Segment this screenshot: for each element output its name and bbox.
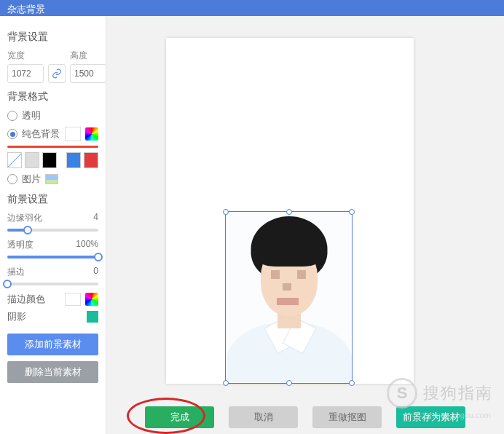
radio-label: 图片 xyxy=(22,173,41,186)
height-label: 高度 xyxy=(70,50,106,62)
swatch-grey[interactable] xyxy=(25,152,39,168)
radio-label: 纯色背景 xyxy=(22,127,60,141)
annotation-underline xyxy=(7,146,98,148)
opacity-label: 透明度 xyxy=(7,239,34,251)
shadow-row: 阴影 xyxy=(7,310,98,323)
feather-row: 边缘羽化 4 xyxy=(7,212,98,224)
width-input[interactable] xyxy=(7,64,44,83)
watermark-logo-icon: S xyxy=(387,378,417,409)
opacity-value: 100% xyxy=(76,239,98,251)
swatch-blue[interactable] xyxy=(66,152,81,168)
height-input[interactable] xyxy=(70,64,106,83)
swatch-red[interactable] xyxy=(84,152,98,168)
watermark-text: 搜狗指南 xyxy=(423,382,493,404)
bg-section-title: 背景设置 xyxy=(7,31,98,44)
stroke-color-swatch[interactable] xyxy=(65,293,81,306)
resize-handle[interactable] xyxy=(223,209,229,215)
stroke-slider[interactable] xyxy=(7,283,98,285)
add-foreground-button[interactable]: 添加前景素材 xyxy=(7,334,98,355)
radio-solid[interactable]: 纯色背景 xyxy=(7,127,98,141)
opacity-slider[interactable] xyxy=(7,256,98,259)
radio-icon xyxy=(7,111,17,121)
bg-format-title: 背景格式 xyxy=(7,90,98,103)
photo-selection-frame[interactable] xyxy=(225,211,353,384)
app-header: 杂志背景 xyxy=(0,0,504,16)
fg-section-title: 前景设置 xyxy=(7,193,98,206)
feather-label: 边缘羽化 xyxy=(7,212,42,224)
radio-icon xyxy=(7,129,17,139)
image-thumb-icon xyxy=(45,174,58,184)
stroke-color-row: 描边颜色 xyxy=(7,293,98,306)
feather-slider[interactable] xyxy=(7,229,98,232)
radio-icon xyxy=(7,174,17,184)
photo-content xyxy=(226,212,352,383)
main-container: 背景设置 宽度 高度 背景格式 透明 纯色背景 xyxy=(0,16,504,434)
swatch-black[interactable] xyxy=(42,152,57,168)
redo-cutout-button[interactable]: 重做抠图 xyxy=(312,406,382,428)
cancel-button[interactable]: 取消 xyxy=(229,406,298,428)
resize-handle[interactable] xyxy=(286,380,292,386)
watermark: S 搜狗指南 xyxy=(387,378,493,409)
color-swatches xyxy=(7,152,98,168)
resize-handle[interactable] xyxy=(223,380,229,386)
resize-handle[interactable] xyxy=(286,209,292,215)
link-aspect-icon[interactable] xyxy=(48,64,66,83)
watermark-url: zhinan.sogou.com xyxy=(426,411,491,419)
stroke-color-label: 描边颜色 xyxy=(7,293,45,306)
radio-transparent[interactable]: 透明 xyxy=(7,109,98,122)
radio-image[interactable]: 图片 xyxy=(7,173,98,186)
width-field: 宽度 xyxy=(7,50,44,83)
shadow-label: 阴影 xyxy=(7,310,26,323)
height-field: 高度 xyxy=(70,50,106,83)
stroke-row: 描边 0 xyxy=(7,266,98,278)
current-color-swatch[interactable] xyxy=(65,127,81,141)
resize-handle[interactable] xyxy=(349,209,355,215)
width-label: 宽度 xyxy=(7,50,44,62)
sidebar: 背景设置 宽度 高度 背景格式 透明 纯色背景 xyxy=(0,16,106,434)
done-button[interactable]: 完成 xyxy=(145,406,214,428)
stroke-value: 0 xyxy=(93,266,98,278)
resize-handle[interactable] xyxy=(349,380,355,386)
radio-label: 透明 xyxy=(22,109,41,122)
color-picker-icon[interactable] xyxy=(85,293,98,306)
color-picker-icon[interactable] xyxy=(85,127,98,141)
feather-value: 4 xyxy=(93,212,98,224)
canvas-area: 完成 取消 重做抠图 前景存为素材 S 搜狗指南 zhinan.sogou.co… xyxy=(106,16,504,434)
header-title: 杂志背景 xyxy=(7,4,45,15)
delete-foreground-button[interactable]: 删除当前素材 xyxy=(7,361,98,383)
swatch-none[interactable] xyxy=(7,152,22,168)
shadow-toggle[interactable] xyxy=(87,311,98,323)
opacity-row: 透明度 100% xyxy=(7,239,98,251)
stroke-label: 描边 xyxy=(7,266,25,278)
dimensions-row: 宽度 高度 xyxy=(7,50,98,83)
